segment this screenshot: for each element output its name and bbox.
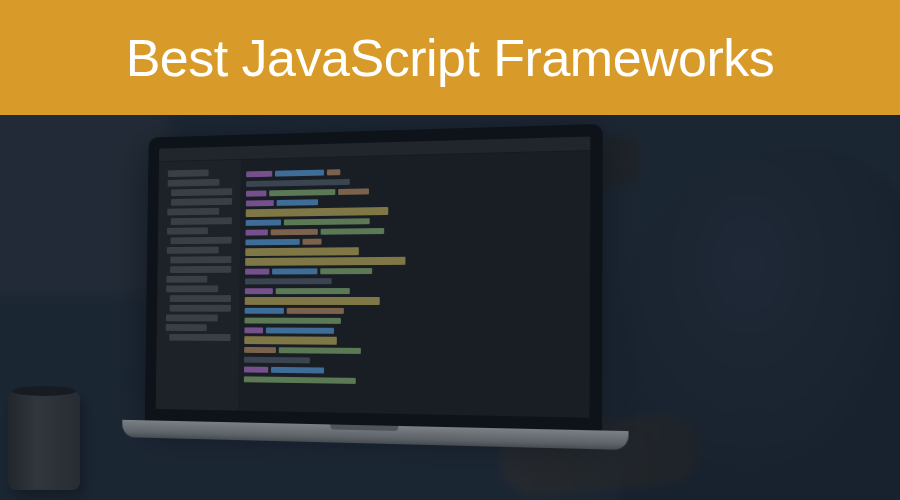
background-photo (0, 115, 900, 500)
photo-dark-overlay (0, 115, 900, 500)
hero-banner: Best JavaScript Frameworks (0, 0, 900, 500)
title-band: Best JavaScript Frameworks (0, 0, 900, 115)
banner-title: Best JavaScript Frameworks (126, 28, 775, 88)
